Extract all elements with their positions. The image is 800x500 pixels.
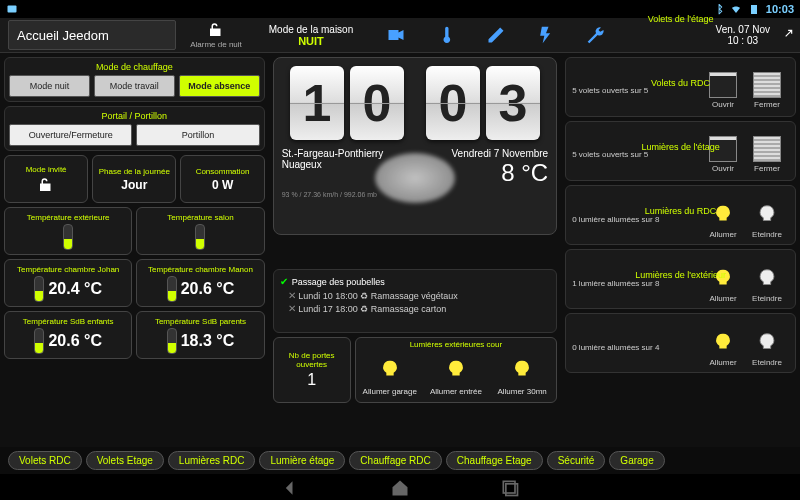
home-icon[interactable] xyxy=(390,478,410,498)
bulb-on-icon xyxy=(712,330,734,356)
clock-digit: 0 xyxy=(350,66,404,140)
lights-court-panel: Lumières extérieures cour Allumer garage… xyxy=(355,337,558,403)
off-button[interactable]: Eteindre xyxy=(745,328,789,367)
alarm-indicator[interactable]: Alarme de nuit xyxy=(176,21,256,49)
light-30mn-button[interactable]: Allumer 30mn xyxy=(490,351,554,400)
mode-absence-button[interactable]: Mode absence xyxy=(179,75,260,97)
bulb-off-icon xyxy=(756,330,778,356)
bulb-on-icon xyxy=(379,357,401,383)
thermometer-icon xyxy=(167,276,177,302)
temp-sdb-parents-tile: Température SdB parents 18.3 °C xyxy=(136,311,264,359)
nav-garage[interactable]: Garage xyxy=(609,451,664,470)
off-button[interactable]: Eteindre xyxy=(745,264,789,303)
mode-travail-button[interactable]: Mode travail xyxy=(94,75,175,97)
bluetooth-icon: ᛒ xyxy=(717,3,724,15)
clock-digit: 0 xyxy=(426,66,480,140)
house-mode-indicator: Mode de la maison NUIT xyxy=(256,24,366,47)
weather-temp: 8 °C xyxy=(451,159,548,187)
mode-nuit-button[interactable]: Mode nuit xyxy=(9,75,90,97)
thermometer-icon[interactable] xyxy=(436,25,456,45)
header-datetime: Ven. 07 Nov 10 : 03 xyxy=(716,24,770,46)
temp-manon-tile: Température chambre Manon 20.6 °C xyxy=(136,259,264,307)
unlock-icon xyxy=(37,176,55,194)
guest-mode-tile[interactable]: Mode invité xyxy=(4,155,88,203)
share-icon[interactable] xyxy=(780,28,794,42)
shutter-closed-icon xyxy=(753,136,781,162)
weather-location: St.-Fargeau-Ponthierry xyxy=(282,148,384,159)
close-button[interactable]: Fermer xyxy=(745,136,789,173)
edit-icon[interactable] xyxy=(486,25,506,45)
consumption-tile: Consommation 0 W xyxy=(180,155,264,203)
lights-ext-panel: Lumières de l'extérieur 0 lumière allumé… xyxy=(565,313,796,373)
bulb-off-icon xyxy=(756,202,778,228)
nav-chauffage-etage[interactable]: Chauffage Etage xyxy=(446,451,543,470)
thermometer-icon xyxy=(34,328,44,354)
statusbar-time: 10:03 xyxy=(766,3,794,15)
day-phase-tile: Phase de la journée Jour xyxy=(92,155,176,203)
clock-weather-widget[interactable]: 1 0 0 3 St.-Fargeau-Ponthierry Nuageux V… xyxy=(273,57,558,235)
light-entree-button[interactable]: Allumer entrée xyxy=(424,351,488,400)
shutter-open-icon xyxy=(709,72,737,98)
close-button[interactable]: Fermer xyxy=(745,72,789,109)
wifi-icon xyxy=(730,3,742,15)
check-icon: ✔ xyxy=(280,276,288,287)
wrench-icon[interactable] xyxy=(586,25,606,45)
camera-icon[interactable] xyxy=(386,25,406,45)
nav-lumiere-etage[interactable]: Lumière étage xyxy=(259,451,345,470)
heating-mode-panel: Mode de chauffage Mode nuit Mode travail… xyxy=(4,57,265,102)
thermometer-icon xyxy=(195,224,205,250)
clock-digit: 3 xyxy=(486,66,540,140)
temp-outside-tile: Température extérieure xyxy=(4,207,132,255)
gate-panel: Portail / Portillon Ouverture/Fermeture … xyxy=(4,106,265,151)
temp-sdb-enfants-tile: Température SdB enfants 20.6 °C xyxy=(4,311,132,359)
nav-lumieres-rdc[interactable]: Lumières RDC xyxy=(168,451,256,470)
android-navbar xyxy=(0,474,800,500)
small-gate-button[interactable]: Portillon xyxy=(136,124,259,146)
nav-volets-etage[interactable]: Volets Etage xyxy=(86,451,164,470)
doors-open-tile: Nb de portes ouvertes 1 xyxy=(273,337,351,403)
back-icon[interactable] xyxy=(280,478,300,498)
bullet-icon: ✕ xyxy=(288,303,296,314)
svg-rect-1 xyxy=(751,5,757,14)
svg-rect-0 xyxy=(8,6,17,13)
weather-desc: Nuageux xyxy=(282,159,384,170)
bulb-off-icon xyxy=(756,266,778,292)
gallery-icon xyxy=(6,3,18,15)
recent-icon[interactable] xyxy=(500,478,520,498)
cloud-icon xyxy=(375,153,455,203)
middle-column: 1 0 0 3 St.-Fargeau-Ponthierry Nuageux V… xyxy=(269,53,562,447)
thermometer-icon xyxy=(63,224,73,250)
shutter-closed-icon xyxy=(753,72,781,98)
gate-open-close-button[interactable]: Ouverture/Fermeture xyxy=(9,124,132,146)
thermometer-icon xyxy=(167,328,177,354)
left-column: Mode de chauffage Mode nuit Mode travail… xyxy=(0,53,269,447)
nav-volets-rdc[interactable]: Volets RDC xyxy=(8,451,82,470)
bolt-icon[interactable] xyxy=(536,25,556,45)
bullet-icon: ✕ xyxy=(288,290,296,301)
temp-johan-tile: Température chambre Johan 20.4 °C xyxy=(4,259,132,307)
nav-securite[interactable]: Sécurité xyxy=(547,451,606,470)
bulb-on-icon xyxy=(445,357,467,383)
unlock-icon xyxy=(207,21,225,39)
light-garage-button[interactable]: Allumer garage xyxy=(358,351,422,400)
weather-date: Vendredi 7 Novembre xyxy=(451,148,548,159)
home-button[interactable]: Accueil Jeedom xyxy=(8,20,176,50)
clock-digit: 1 xyxy=(290,66,344,140)
right-column: Volets de l'étage 5 volets ouverts sur 5… xyxy=(561,53,800,447)
bulb-on-icon xyxy=(511,357,533,383)
thermometer-icon xyxy=(34,276,44,302)
temp-salon-tile: Température salon xyxy=(136,207,264,255)
bottom-nav: Volets RDC Volets Etage Lumières RDC Lum… xyxy=(0,447,800,474)
battery-icon xyxy=(748,3,760,15)
off-button[interactable]: Eteindre xyxy=(745,200,789,239)
on-button[interactable]: Allumer xyxy=(701,328,745,367)
dashboard: Mode de chauffage Mode nuit Mode travail… xyxy=(0,53,800,447)
nav-chauffage-rdc[interactable]: Chauffage RDC xyxy=(349,451,441,470)
trash-panel: ✔Passage des poubelles ✕ Lundi 10 18:00 … xyxy=(273,269,558,333)
status-row: Mode invité Phase de la journée Jour Con… xyxy=(4,155,265,203)
